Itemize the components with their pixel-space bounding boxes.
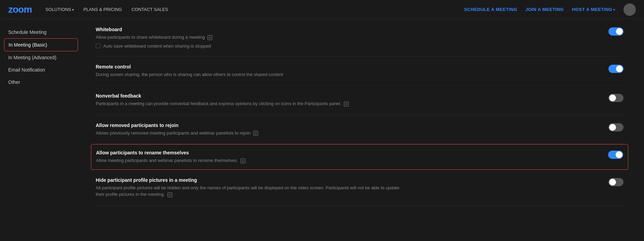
nonverbal-feedback-toggle-knob	[609, 94, 616, 101]
setting-whiteboard: Whiteboard Allow participants to share w…	[96, 19, 623, 56]
setting-allow-rejoin-desc: Allows previously removed meeting partic…	[96, 130, 403, 137]
schedule-meeting-link[interactable]: SCHEDULE A MEETING	[464, 7, 517, 12]
setting-remote-control: Remote control During screen sharing, th…	[96, 56, 623, 86]
whiteboard-auto-save-wrap: Auto save whiteboard content when sharin…	[96, 43, 403, 49]
sidebar-item-email-notification[interactable]: Email Notification	[0, 64, 82, 76]
setting-rename-themselves-title: Allow participants to rename themselves	[96, 150, 404, 155]
setting-hide-profile-pictures-title: Hide participant profile pictures in a m…	[96, 177, 403, 183]
hide-profile-pictures-toggle[interactable]	[608, 178, 623, 186]
host-meeting-link[interactable]: HOST A MEETING	[572, 7, 615, 12]
remote-control-toggle-knob	[616, 65, 623, 72]
setting-allow-rejoin-title: Allow removed participants to rejoin	[96, 123, 403, 128]
page-layout: Schedule Meeting In Meeting (Basic) In M…	[0, 19, 644, 241]
logo[interactable]: zoom	[8, 4, 32, 15]
setting-hide-profile-pictures-desc: All participant profile pictures will be…	[96, 185, 403, 198]
allow-rejoin-info-icon[interactable]: ⊡	[253, 131, 258, 136]
hide-profile-pictures-toggle-wrap	[608, 178, 623, 186]
rename-themselves-toggle-wrap	[608, 151, 623, 159]
whiteboard-toggle-wrap	[608, 27, 623, 36]
whiteboard-auto-save-label: Auto save whiteboard content when sharin…	[103, 43, 211, 49]
user-avatar[interactable]	[623, 3, 636, 16]
setting-nonverbal-feedback-desc: Participants in a meeting can provide no…	[96, 100, 403, 107]
nav-contact[interactable]: CONTACT SALES	[132, 7, 168, 12]
setting-remote-control-desc: During screen sharing, the person who is…	[96, 71, 403, 78]
nav-links: SOLUTIONS PLANS & PRICING CONTACT SALES	[45, 7, 464, 12]
rename-themselves-info-icon[interactable]: ⊡	[241, 158, 245, 163]
nonverbal-info-icon[interactable]: ⊡	[344, 102, 349, 106]
hide-profile-pictures-info-icon[interactable]: ⊡	[167, 192, 172, 197]
whiteboard-info-icon[interactable]: ⊡	[207, 35, 212, 40]
allow-rejoin-toggle[interactable]	[608, 123, 623, 131]
setting-allow-rejoin: Allow removed participants to rejoin All…	[96, 115, 623, 144]
sidebar: Schedule Meeting In Meeting (Basic) In M…	[0, 19, 82, 241]
remote-control-toggle-wrap	[608, 65, 623, 73]
setting-nonverbal-feedback-title: Nonverbal feedback	[96, 93, 403, 99]
join-meeting-link[interactable]: JOIN A MEETING	[525, 7, 564, 12]
nav-solutions[interactable]: SOLUTIONS	[45, 7, 74, 12]
nonverbal-feedback-toggle[interactable]	[608, 94, 623, 102]
setting-remote-control-title: Remote control	[96, 64, 403, 69]
setting-rename-themselves-desc: Allow meeting participants and webinar p…	[96, 157, 404, 164]
topnav-right: SCHEDULE A MEETING JOIN A MEETING HOST A…	[464, 3, 636, 16]
whiteboard-auto-save-checkbox[interactable]	[96, 43, 100, 48]
whiteboard-toggle[interactable]	[608, 27, 623, 36]
whiteboard-toggle-knob	[616, 28, 623, 35]
sidebar-item-schedule-meeting[interactable]: Schedule Meeting	[0, 26, 82, 38]
nav-plans[interactable]: PLANS & PRICING	[83, 7, 122, 12]
setting-rename-themselves: Allow participants to rename themselves …	[91, 144, 628, 170]
sidebar-item-in-meeting-advanced[interactable]: In Meeting (Advanced)	[0, 51, 82, 64]
sidebar-item-other[interactable]: Other	[0, 76, 82, 88]
setting-whiteboard-desc: Allow participants to share whiteboard d…	[96, 34, 403, 41]
rename-themselves-toggle[interactable]	[608, 151, 623, 159]
remote-control-toggle[interactable]	[608, 65, 623, 73]
rename-themselves-toggle-knob	[616, 151, 622, 158]
main-content: Whiteboard Allow participants to share w…	[82, 19, 644, 241]
setting-nonverbal-feedback: Nonverbal feedback Participants in a mee…	[96, 86, 623, 115]
topnav: zoom SOLUTIONS PLANS & PRICING CONTACT S…	[0, 0, 644, 19]
setting-whiteboard-title: Whiteboard	[96, 27, 403, 32]
setting-hide-profile-pictures: Hide participant profile pictures in a m…	[96, 170, 623, 206]
hide-profile-pictures-toggle-knob	[609, 179, 616, 186]
nonverbal-feedback-toggle-wrap	[608, 94, 623, 102]
sidebar-item-in-meeting-basic[interactable]: In Meeting (Basic)	[4, 38, 78, 51]
allow-rejoin-toggle-wrap	[608, 123, 623, 131]
allow-rejoin-toggle-knob	[609, 124, 616, 131]
